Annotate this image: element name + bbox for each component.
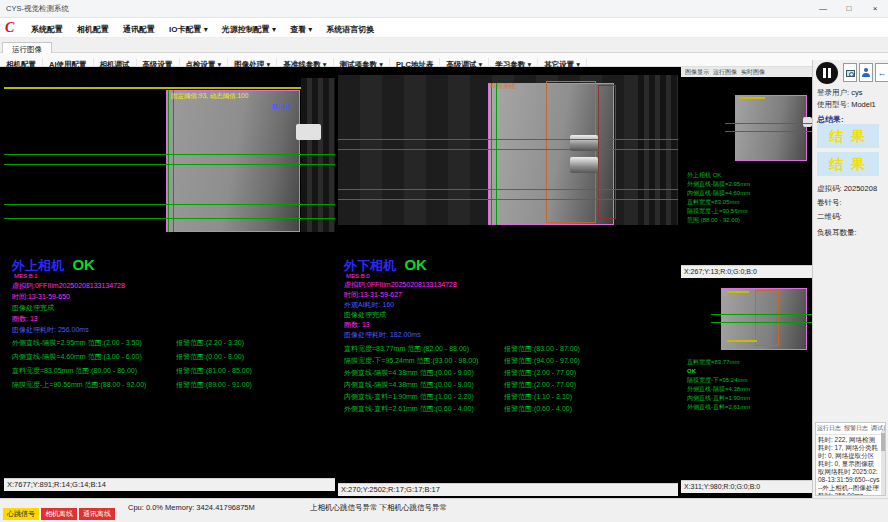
- info-line: 图像处理完成: [344, 310, 457, 320]
- log-box: 运行日志报警日志调试日志 耗时: 222, 网络检测耗时: 17, 网络分类耗时…: [815, 422, 886, 496]
- status-bar: 心跳信号相机离线通讯离线 Cpu: 0.0% Memory: 3424.4179…: [0, 498, 888, 522]
- camera-image-viewport[interactable]: AI检测框: [338, 75, 678, 225]
- menu-item[interactable]: 系统配置: [24, 20, 70, 40]
- measurement-text: 内侧直线-隔膜=4.38mm 范围:(0.00 - 9.00): [344, 380, 474, 390]
- alarm-range-text: 报警范围:(0.00 - 8.00): [176, 352, 244, 362]
- user-tool-button[interactable]: [859, 63, 873, 82]
- info-line: 时间:13-31-59-627: [344, 290, 457, 300]
- app-logo-icon: C: [5, 20, 20, 35]
- measurement-text: 内侧直线-直料=1.90mm 范围:(1.00 - 2.20): [344, 392, 474, 402]
- info-line: 外观AI耗时: 160: [344, 300, 457, 310]
- alarm-range-text: 报警范围:(2.00 - 77.00): [504, 380, 576, 390]
- camera-name: 外下相机: [344, 258, 396, 273]
- log-tab[interactable]: 运行日志: [817, 425, 841, 431]
- menu-item[interactable]: IO卡配置 ▾: [162, 20, 215, 40]
- measure-line: [4, 164, 335, 165]
- log-tab[interactable]: 报警日志: [844, 425, 868, 431]
- cpu-memory-text: Cpu: 0.0% Memory: 3424.41796875M: [128, 503, 255, 512]
- menu-item[interactable]: 查看 ▾: [283, 20, 319, 40]
- coil-feature: [570, 157, 598, 173]
- measurement-text: 直料宽度=83.05mm 范围:(80.00 - 86.00): [12, 366, 137, 376]
- thumbs-header-item: 图像显示: [685, 69, 709, 75]
- pixel-coords-bar: X:267;Y:13;R:0;G:0;B:0: [681, 265, 812, 278]
- info-line: 隔膜宽度-上=90.56mm: [687, 207, 750, 216]
- measurement-text: 外侧直线-隔膜=4.38mm 范围:(0.00 - 9.00): [344, 368, 474, 378]
- virtual-code-row: 虚拟码: 20250208: [817, 184, 886, 194]
- measurement-text: 隔膜宽度-上=90.56mm 范围:(88.00 - 92.00): [12, 380, 146, 390]
- thumbnail-result-lines: 直料宽度=83.77mmOK隔膜宽度-下=95.24mm外侧直线-隔膜=4.38…: [687, 358, 750, 412]
- mes-label: MES:B:0: [346, 273, 370, 279]
- result-block: 结 果: [817, 124, 879, 148]
- camera-image-viewport[interactable]: 固定阈值:93, 动态阈值:100 B:48: [4, 78, 335, 232]
- thumbs-header: 图像显示运行图像实时图像: [681, 67, 812, 77]
- status-badge: 通讯离线: [79, 508, 115, 520]
- menu-item[interactable]: 通讯配置: [116, 20, 162, 40]
- app-window: CYS-视觉检测系统 — □ × C 系统配置相机配置通讯配置IO卡配置 ▾光源…: [0, 0, 888, 522]
- machine-background: [301, 78, 335, 232]
- back-tool-button[interactable]: ←: [875, 63, 888, 82]
- thumbnail-view-bottom[interactable]: 直料宽度=83.77mmOK隔膜宽度-下=95.24mm外侧直线-隔膜=4.38…: [681, 280, 812, 480]
- measure-line: [338, 139, 678, 140]
- virtual-code-label: 虚拟码:: [817, 184, 842, 193]
- measure-line-vertical: [491, 83, 492, 225]
- measure-line: [4, 204, 335, 205]
- arrow-left-icon: ←: [876, 67, 888, 79]
- log-scrollbar[interactable]: [881, 431, 885, 495]
- pin-number-label: 卷针号:: [817, 198, 886, 208]
- pause-icon: [828, 68, 831, 78]
- mes-label: MES:B:1: [14, 273, 38, 279]
- info-line: 外上相机 OK: [687, 171, 750, 180]
- alarm-range-text: 报警范围:(89.00 - 91.00): [176, 380, 252, 390]
- measure-line-vertical: [173, 90, 174, 232]
- status-badges: 心跳信号相机离线通讯离线: [3, 502, 117, 520]
- ai-box-label: AI检测框: [490, 82, 516, 91]
- pixel-coords-bar: X:7677;Y:891;R:14;G:14;B:14: [4, 478, 335, 491]
- pixel-coords-bar: X:311;Y:980;R:0;G:0;B:0: [681, 480, 812, 493]
- info-line: 图像处理耗时: 182.00ms: [344, 330, 457, 340]
- log-text: 耗时: 222, 网络检测耗时: 17, 网络分类耗时: 0, 网络提取分区耗时…: [816, 435, 885, 496]
- camera-panel-outer-upper: 固定阈值:93, 动态阈值:100 B:48 外上相机 OK MES:B:1 虚…: [4, 70, 335, 498]
- model-label: 使用型号:: [817, 100, 849, 109]
- info-line: 直料宽度=83.05mm: [687, 198, 750, 207]
- measure-line: [4, 154, 335, 155]
- tab-row: 运行图像: [0, 38, 888, 53]
- scrollbar-thumb[interactable]: [881, 433, 885, 451]
- threshold-overlay-label: 固定阈值:93, 动态阈值:100: [171, 92, 248, 101]
- measurement-text: 外侧直线-隔膜=2.95mm 范围:(2.00 - 3.50): [12, 338, 142, 348]
- camera-tool-button[interactable]: [843, 63, 857, 82]
- maximize-button[interactable]: □: [836, 0, 862, 18]
- qr-code-label: 二维码:: [817, 212, 886, 222]
- menu-item[interactable]: 相机配置: [70, 20, 116, 40]
- menu-item[interactable]: 光源控制配置 ▾: [215, 20, 283, 40]
- camera-panel-outer-lower: AI检测框 外下相机 OK MES:B:0 虚拟码:0FFIIim2025020…: [338, 70, 678, 498]
- connector-part: [296, 124, 321, 140]
- virtual-code-value: 20250208: [844, 184, 877, 193]
- info-line: 图像处理完成: [12, 302, 125, 313]
- menu-items: 系统配置相机配置通讯配置IO卡配置 ▾光源控制配置 ▾查看 ▾系统语言切换: [24, 18, 381, 38]
- alarm-range-text: 报警范围:(0.60 - 4.00): [504, 404, 572, 414]
- result-block: 结 果: [817, 152, 879, 176]
- minimize-button[interactable]: —: [810, 0, 836, 18]
- model-row: 使用型号: Model1: [817, 100, 886, 110]
- ai-roi-box: [755, 290, 779, 346]
- info-line: 隔膜宽度-下=95.24mm: [687, 376, 750, 385]
- close-button[interactable]: ×: [862, 0, 888, 18]
- status-badge: 相机离线: [41, 508, 77, 520]
- measure-line: [711, 314, 812, 315]
- pause-button[interactable]: [816, 62, 838, 84]
- negative-tab-count-label: 负极耳数量:: [817, 228, 886, 238]
- info-line: 范围:(88.00 - 92.00): [687, 216, 750, 225]
- thumbnail-view-top[interactable]: 外上相机 OK外侧直线-隔膜=2.95mm内侧直线-隔膜=4.60mm直料宽度=…: [681, 79, 812, 265]
- info-line: 外侧直线-隔膜=4.38mm: [687, 385, 750, 394]
- menu-item[interactable]: 系统语言切换: [319, 20, 381, 40]
- info-line: 时间:13-31-59-650: [12, 291, 125, 302]
- measurement-text: 隔膜宽度-下=95.24mm 范围:(93.00 - 98.00): [344, 356, 478, 366]
- info-line: 虚拟码:0FFIIim20250208133134728: [12, 280, 125, 291]
- log-tabs: 运行日志报警日志调试日志: [816, 423, 885, 435]
- camera-info-lines: 虚拟码:0FFIIim20250208133134728时间:13-31-59-…: [12, 280, 125, 335]
- window-controls: — □ ×: [810, 0, 888, 18]
- measure-line: [338, 149, 678, 150]
- info-line: 内侧直线-直料=1.90mm: [687, 394, 750, 403]
- threshold-mark: [739, 97, 765, 99]
- heartbeat-warning-text: 上相机心跳信号异常 下相机心跳信号异常: [310, 503, 447, 513]
